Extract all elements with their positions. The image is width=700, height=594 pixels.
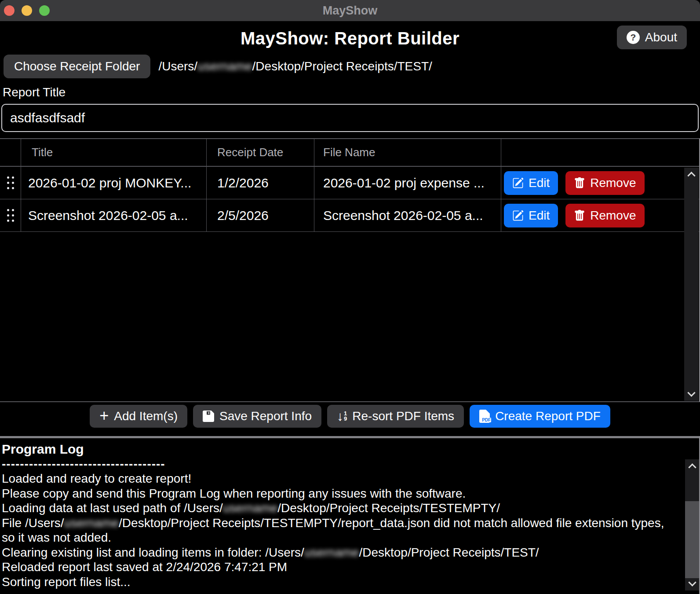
log-text: Sorting report files list... — [2, 575, 131, 589]
edit-button-label: Edit — [529, 176, 550, 190]
close-button[interactable] — [4, 5, 15, 16]
log-redacted: username — [64, 516, 119, 530]
column-header-file-name: File Name — [314, 139, 501, 166]
log-line: Sorting report files list... — [2, 575, 680, 590]
add-items-button[interactable]: + Add Item(s) — [90, 405, 187, 428]
log-line: Clearing existing list and loading items… — [2, 545, 680, 560]
items-table: Title Receipt Date File Name 2026-01-02 … — [0, 138, 700, 402]
path-redacted-username: username — [197, 59, 252, 73]
page-title: MayShow: Report Builder — [241, 29, 459, 48]
minimize-button[interactable] — [22, 5, 32, 16]
item-actions: Edit Remove — [501, 167, 699, 199]
titlebar-title: MayShow — [323, 4, 378, 18]
scroll-down-icon[interactable] — [687, 389, 695, 396]
log-line: Loaded and ready to create report! — [2, 471, 680, 486]
report-title-label: Report Title — [3, 85, 700, 99]
item-file-name: Screenshot 2026-02-05 a... — [314, 199, 501, 231]
pencil-square-icon — [512, 210, 524, 221]
create-report-pdf-label: Create Report PDF — [495, 409, 601, 423]
drag-handle-icon[interactable] — [0, 199, 21, 231]
log-text: /Desktop/Project Receipts/TESTEMPTY/ — [277, 501, 500, 515]
scroll-up-icon[interactable] — [687, 172, 695, 180]
log-text: Loading data at last used path of /Users… — [2, 501, 223, 515]
app-window: MayShow MayShow: Report Builder ? About … — [0, 0, 700, 594]
trash-icon — [574, 210, 585, 221]
remove-button[interactable]: Remove — [565, 171, 644, 195]
edit-button[interactable]: Edit — [504, 171, 558, 195]
item-title: 2026-01-02 proj MONKEY... — [21, 167, 207, 199]
log-scrollbar[interactable] — [685, 459, 700, 590]
item-receipt-date: 2/5/2026 — [207, 199, 314, 231]
item-title: Screenshot 2026-02-05 a... — [21, 199, 207, 231]
pdf-icon-text: PDF — [481, 418, 491, 422]
add-items-label: Add Item(s) — [114, 409, 178, 423]
table-row: Screenshot 2026-02-05 a... 2/5/2026 Scre… — [0, 199, 699, 232]
folder-row: Choose Receipt Folder /Users/username/De… — [4, 55, 700, 78]
table-empty-area — [0, 232, 699, 401]
resort-pdf-items-label: Re-sort PDF Items — [352, 409, 454, 423]
program-log-separator: ------------------------------------ — [2, 457, 680, 471]
resort-pdf-items-button[interactable]: ↓ 1 9 Re-sort PDF Items — [327, 405, 464, 428]
app-header: MayShow: Report Builder ? About — [0, 25, 700, 52]
path-suffix: /Desktop/Project Receipts/TEST/ — [252, 59, 432, 73]
column-header-title: Title — [21, 139, 207, 166]
sort-digit-bottom: 9 — [344, 416, 347, 422]
about-button-label: About — [645, 30, 677, 44]
item-actions: Edit Remove — [501, 199, 699, 231]
table-row: 2026-01-02 proj MONKEY... 1/2/2026 2026-… — [0, 167, 699, 199]
bottom-toolbar: + Add Item(s) Save Report Info ↓ 1 9 Re-… — [0, 405, 700, 428]
choose-receipt-folder-button[interactable]: Choose Receipt Folder — [4, 55, 150, 78]
question-circle-icon: ? — [627, 31, 640, 44]
log-text: File /Users/ — [2, 516, 64, 530]
create-report-pdf-button[interactable]: PDF Create Report PDF — [470, 405, 610, 428]
scroll-down-icon[interactable] — [688, 578, 696, 586]
pencil-square-icon — [512, 177, 524, 189]
log-text: Please copy and send this Program Log wh… — [2, 487, 466, 500]
save-floppy-icon — [203, 411, 214, 422]
table-header-row: Title Receipt Date File Name — [0, 139, 699, 167]
table-scrollbar[interactable] — [684, 168, 699, 401]
item-file-name: 2026-01-02 proj expense ... — [314, 167, 501, 199]
trash-icon — [574, 177, 585, 189]
remove-button-label: Remove — [590, 176, 636, 190]
column-header-receipt-date: Receipt Date — [207, 139, 314, 166]
log-redacted: username — [223, 501, 278, 515]
scrollbar-thumb[interactable] — [685, 501, 700, 578]
sort-numeric-down-icon: ↓ 1 9 — [337, 410, 347, 423]
scroll-up-icon[interactable] — [688, 463, 696, 471]
about-button[interactable]: ? About — [617, 26, 687, 49]
item-receipt-date: 1/2/2026 — [207, 167, 314, 199]
save-report-info-label: Save Report Info — [219, 409, 312, 423]
log-line: File /Users/username/Desktop/Project Rec… — [2, 516, 680, 545]
program-log: Program Log ----------------------------… — [0, 438, 700, 591]
path-prefix: /Users/ — [158, 59, 197, 73]
log-text: /Desktop/Project Receipts/TEST/ — [359, 546, 539, 559]
log-text: Loaded and ready to create report! — [2, 472, 191, 485]
arrow-down-glyph: ↓ — [337, 410, 343, 423]
save-report-info-button[interactable]: Save Report Info — [193, 405, 321, 428]
column-header-actions — [501, 139, 699, 166]
edit-button-label: Edit — [529, 209, 550, 223]
drag-handle-icon[interactable] — [0, 167, 21, 199]
log-redacted: username — [304, 546, 359, 559]
log-line: Loading data at last used path of /Users… — [2, 501, 680, 516]
log-line: Please copy and send this Program Log wh… — [2, 486, 680, 501]
remove-button[interactable]: Remove — [565, 204, 644, 227]
log-line: Reloaded report last saved at 2/24/2026 … — [2, 560, 680, 575]
remove-button-label: Remove — [590, 209, 636, 223]
edit-button[interactable]: Edit — [504, 204, 558, 227]
log-text: Reloaded report last saved at 2/24/2026 … — [2, 560, 287, 574]
zoom-button[interactable] — [39, 5, 50, 16]
log-text: Clearing existing list and loading items… — [2, 546, 304, 559]
receipt-folder-path: /Users/username/Desktop/Project Receipts… — [158, 59, 432, 73]
drag-column-header — [0, 139, 21, 166]
program-log-title: Program Log — [2, 442, 680, 457]
titlebar: MayShow — [0, 0, 700, 21]
report-title-input[interactable] — [1, 104, 699, 132]
pdf-file-icon: PDF — [479, 410, 490, 423]
window-controls — [4, 5, 50, 16]
